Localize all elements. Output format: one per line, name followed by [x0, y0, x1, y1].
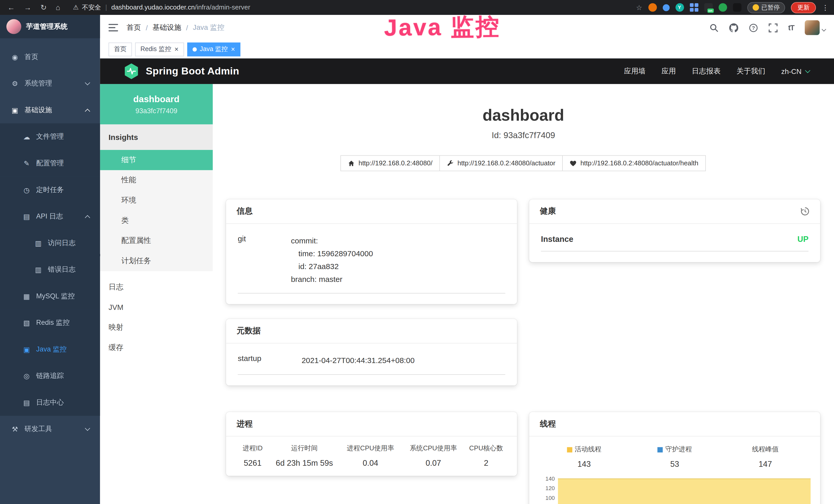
sidebar-item-system-mgmt[interactable]: ⚙ 系统管理 [0, 70, 100, 97]
github-icon[interactable] [729, 23, 738, 32]
yellow-legend-swatch [567, 447, 572, 452]
sba-nav-applications[interactable]: 应用 [662, 67, 676, 76]
instance-url-link[interactable]: http://192.168.0.2:48080/ [340, 155, 440, 171]
actuator-url-link[interactable]: http://192.168.0.2:48080/actuator [439, 155, 563, 171]
health-instance-row[interactable]: Instance UP [541, 234, 809, 251]
insight-item-metrics[interactable]: 性能 [100, 170, 213, 190]
info-line: id: 27aa832 [299, 260, 373, 273]
browser-menu-icon[interactable]: ⋮ [822, 3, 829, 11]
sidebar-item-label: 定时任务 [36, 185, 64, 194]
extension-icon-on-switch[interactable]: on [704, 3, 712, 12]
insight-item-scheduled-tasks[interactable]: 计划任务 [100, 251, 213, 271]
page-title: dashboard [213, 106, 834, 124]
sidebar-item-access-logs[interactable]: ▥ 访问日志 [0, 230, 100, 256]
sidebar-item-config-mgmt[interactable]: ✎ 配置管理 [0, 150, 100, 177]
sidebar-item-log-center[interactable]: ▤ 日志中心 [0, 389, 100, 416]
screen: ← → ↻ ⌂ ⚠ 不安全 | dashboard.yudao.iocoder.… [0, 0, 834, 504]
database-icon: ▦ [22, 292, 31, 300]
sidebar-item-mysql-monitor[interactable]: ▦ MySQL 监控 [0, 283, 100, 310]
site-security-chip[interactable]: ⚠ 不安全 [73, 3, 101, 12]
sync-paused-badge[interactable]: 已暂停 [747, 2, 785, 13]
url-divider: | [105, 4, 107, 11]
sba-nav-about[interactable]: 关于我们 [737, 67, 765, 76]
sidebar-item-error-logs[interactable]: ▥ 错误日志 [0, 256, 100, 283]
instance-sidebar: dashboard 93a3fc7f7409 Insights 细节 性能 环境… [100, 84, 213, 504]
sba-nav-journal[interactable]: 日志报表 [692, 67, 721, 76]
sidebar-toggle-icon[interactable] [108, 24, 118, 31]
browser-right-cluster: ☆ Y on 已暂停 更新 ⋮ [636, 2, 834, 13]
process-uptime: 6d 23h 15m 59s [270, 458, 339, 467]
sidebar-item-api-logs[interactable]: ▤ API 日志 [0, 203, 100, 230]
sidebar-item-java-monitor[interactable]: ▣ Java 监控 [0, 336, 100, 363]
monitor-icon: ▣ [22, 345, 31, 353]
tab-redis-monitor[interactable]: Redis 监控 × [135, 42, 184, 56]
forward-icon[interactable]: → [24, 3, 31, 12]
instance-item-logs[interactable]: 日志 [100, 277, 213, 297]
reload-icon[interactable]: ↻ [40, 3, 46, 12]
tab-home[interactable]: 首页 [108, 42, 132, 56]
health-url-link[interactable]: http://192.168.0.2:48080/actuator/health [562, 155, 706, 171]
sba-brand-title[interactable]: Spring Boot Admin [146, 66, 239, 77]
tab-label: Redis 监控 [140, 45, 171, 54]
legend-label: 活动线程 [575, 445, 601, 454]
process-table: 进程ID 运行时间 进程CPU使用率 系统CPU使用率 CPU核心数 5261 … [236, 444, 507, 467]
back-icon[interactable]: ← [7, 3, 15, 12]
browser-update-button[interactable]: 更新 [791, 2, 816, 13]
close-icon[interactable]: × [174, 46, 178, 53]
sidebar-item-label: API 日志 [36, 211, 63, 221]
threads-chart: 140 120 100 [539, 476, 811, 504]
insight-item-details[interactable]: 细节 [100, 150, 213, 170]
tab-java-monitor[interactable]: Java 监控 × [187, 42, 240, 56]
extension-icon-leaf[interactable] [719, 3, 727, 12]
fullscreen-icon[interactable] [768, 23, 777, 32]
column-header: 进程CPU使用率 [339, 444, 402, 453]
help-icon[interactable]: ? [749, 23, 758, 32]
instance-item-caches[interactable]: 缓存 [100, 338, 213, 358]
breadcrumb-infrastructure[interactable]: 基础设施 [153, 23, 181, 32]
log-icon: ▤ [22, 398, 31, 407]
instance-header[interactable]: dashboard 93a3fc7f7409 [100, 84, 213, 124]
sidebar-item-devtools[interactable]: ⚒ 研发工具 [0, 416, 100, 442]
y-tick: 120 [546, 485, 555, 491]
sidebar-item-home[interactable]: ◉ 首页 [0, 44, 100, 70]
home-icon [348, 160, 355, 167]
insight-item-classes[interactable]: 类 [100, 210, 213, 231]
close-icon[interactable]: × [231, 46, 235, 53]
extension-icon-dark[interactable] [733, 3, 741, 12]
app-logo-row[interactable]: 芋道管理系统 [0, 15, 100, 38]
tools-icon: ⚒ [10, 425, 19, 433]
home-icon[interactable]: ⌂ [56, 3, 60, 12]
info-value: commit: time: 1596289704000 id: 27aa832 … [291, 234, 373, 285]
extension-on-label: on [707, 8, 714, 13]
extension-icon-drop[interactable] [662, 4, 670, 11]
insight-item-environment[interactable]: 环境 [100, 190, 213, 210]
spring-boot-admin-logo[interactable] [123, 63, 139, 79]
sidebar-item-redis-monitor[interactable]: ▧ Redis 监控 [0, 310, 100, 336]
sidebar-item-scheduled-jobs[interactable]: ◷ 定时任务 [0, 177, 100, 203]
sidebar-item-file-mgmt[interactable]: ☁ 文件管理 [0, 123, 100, 150]
address-bar[interactable]: dashboard.yudao.iocoder.cn/infra/admin-s… [111, 4, 250, 11]
breadcrumb-home[interactable]: 首页 [127, 23, 141, 32]
sidebar-item-infrastructure[interactable]: ▣ 基础设施 [0, 97, 100, 123]
instance-root-items: 日志 JVM 映射 缓存 [100, 277, 213, 358]
user-avatar [805, 20, 820, 35]
heartbeat-icon [570, 160, 577, 167]
sidebar-item-tracing[interactable]: ◎ 链路追踪 [0, 363, 100, 389]
bookmark-star-icon[interactable]: ☆ [636, 3, 642, 11]
font-size-icon[interactable]: tT [788, 23, 794, 32]
system-cpu: 0.07 [402, 458, 465, 467]
instance-item-jvm[interactable]: JVM [100, 297, 213, 318]
dashboard-icon: ◉ [10, 53, 19, 61]
breadcrumb-separator: / [186, 24, 188, 31]
search-icon[interactable] [709, 23, 719, 32]
active-dot [192, 47, 197, 51]
sba-nav-wallboard[interactable]: 应用墙 [624, 67, 646, 76]
extension-icon-y[interactable]: Y [675, 3, 684, 12]
instance-item-mappings[interactable]: 映射 [100, 317, 213, 338]
locale-selector[interactable]: zh-CN [781, 67, 809, 75]
history-icon[interactable] [800, 207, 810, 216]
user-menu[interactable] [805, 20, 826, 35]
insight-item-config-props[interactable]: 配置属性 [100, 231, 213, 251]
extension-icon-grid[interactable] [690, 3, 698, 12]
extension-icon-fox[interactable] [648, 3, 657, 12]
